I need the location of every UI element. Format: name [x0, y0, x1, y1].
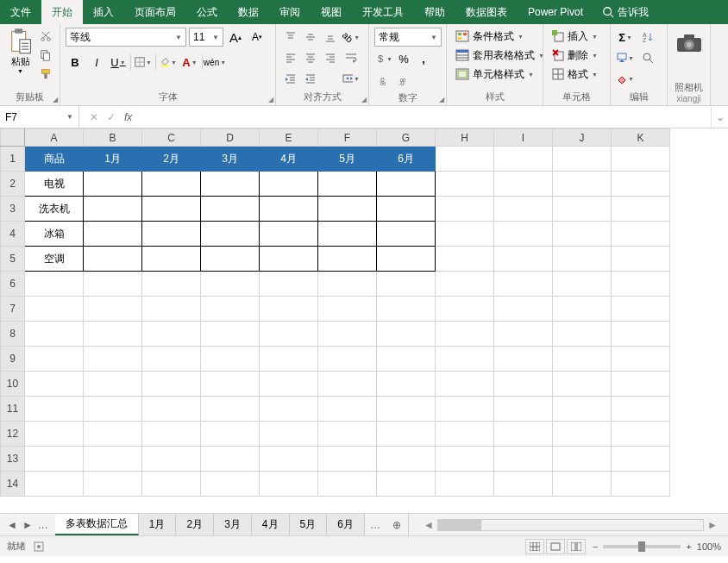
autosum-button[interactable]: Σ▼ [616, 28, 635, 47]
cell[interactable] [553, 222, 612, 247]
zoom-in-button[interactable]: + [686, 541, 691, 552]
font-name-combo[interactable]: 等线▼ [66, 28, 186, 47]
cell[interactable] [25, 322, 84, 347]
row-header[interactable]: 4 [1, 222, 25, 247]
clear-button[interactable]: ▼ [616, 69, 635, 88]
font-color-button[interactable]: A▼ [180, 53, 199, 72]
cell[interactable] [25, 422, 84, 447]
cell[interactable] [612, 297, 670, 322]
cell[interactable] [84, 397, 142, 422]
scroll-right-button[interactable]: ► [704, 519, 721, 531]
tab-datachart[interactable]: 数据图表 [455, 0, 518, 24]
cell[interactable] [318, 172, 377, 197]
cell[interactable] [142, 322, 201, 347]
cell[interactable] [377, 447, 436, 472]
cell[interactable] [553, 472, 612, 497]
expand-formula-bar-button[interactable]: ⌄ [711, 106, 728, 128]
cell[interactable] [612, 197, 670, 222]
cell-styles-button[interactable]: 单元格样式▼ [452, 66, 537, 83]
align-left-button[interactable] [281, 48, 300, 67]
cell[interactable] [84, 222, 142, 247]
cell[interactable] [494, 197, 553, 222]
cell[interactable] [494, 222, 553, 247]
format-painter-button[interactable] [37, 66, 54, 83]
cell[interactable] [436, 472, 494, 497]
cell[interactable] [436, 372, 494, 397]
col-header[interactable]: A [25, 129, 84, 147]
cell[interactable] [201, 372, 260, 397]
sheet-nav-more[interactable]: … [38, 519, 48, 531]
cell[interactable] [494, 297, 553, 322]
cell[interactable] [25, 447, 84, 472]
row-header[interactable]: 6 [1, 272, 25, 297]
cell[interactable] [436, 322, 494, 347]
cell[interactable] [84, 472, 142, 497]
sheet-tab[interactable]: 1月 [139, 514, 177, 535]
cancel-formula-button[interactable]: ✕ [90, 111, 98, 123]
align-bottom-button[interactable] [321, 28, 340, 47]
cell[interactable] [377, 397, 436, 422]
cell[interactable] [260, 347, 318, 372]
number-format-combo[interactable]: 常规▼ [374, 28, 442, 47]
row-header[interactable]: 7 [1, 297, 25, 322]
cell[interactable] [377, 172, 436, 197]
cell[interactable] [436, 422, 494, 447]
cell[interactable] [84, 422, 142, 447]
decrease-indent-button[interactable] [281, 69, 300, 88]
fill-color-button[interactable]: ▼ [159, 53, 178, 72]
cell[interactable] [612, 147, 670, 172]
cell[interactable] [25, 397, 84, 422]
cell[interactable] [25, 472, 84, 497]
cell[interactable] [553, 197, 612, 222]
cell[interactable] [201, 222, 260, 247]
col-header[interactable]: E [260, 129, 318, 147]
cell[interactable]: 3月 [201, 147, 260, 172]
cell[interactable] [494, 422, 553, 447]
cell[interactable] [494, 447, 553, 472]
cell[interactable] [436, 397, 494, 422]
cell[interactable] [553, 322, 612, 347]
cell[interactable] [142, 297, 201, 322]
cell[interactable] [260, 197, 318, 222]
cell[interactable] [494, 247, 553, 272]
tab-view[interactable]: 视图 [311, 0, 352, 24]
row-header[interactable]: 1 [1, 147, 25, 172]
cell[interactable] [25, 347, 84, 372]
cell[interactable] [553, 372, 612, 397]
tab-powerpivot[interactable]: Power Pivot [518, 0, 593, 24]
conditional-format-button[interactable]: 条件格式▼ [452, 28, 527, 45]
sort-filter-button[interactable]: AZ [638, 28, 657, 47]
cell[interactable] [84, 372, 142, 397]
bold-button[interactable]: B [66, 53, 85, 72]
tab-developer[interactable]: 开发工具 [352, 0, 414, 24]
sheet-nav-prev[interactable]: ► [22, 519, 33, 531]
cell[interactable] [612, 172, 670, 197]
comma-button[interactable]: , [414, 49, 433, 68]
cell[interactable] [494, 347, 553, 372]
tab-insert[interactable]: 插入 [83, 0, 124, 24]
cell[interactable] [377, 422, 436, 447]
select-all-corner[interactable] [1, 129, 25, 147]
cell[interactable] [84, 297, 142, 322]
camera-button[interactable] [675, 33, 703, 53]
tab-pagelayout[interactable]: 页面布局 [124, 0, 186, 24]
increase-decimal-button[interactable]: .0.00 [374, 71, 393, 90]
cell[interactable] [84, 347, 142, 372]
cell[interactable] [553, 397, 612, 422]
cell[interactable] [318, 222, 377, 247]
row-header[interactable]: 3 [1, 197, 25, 222]
cell[interactable] [201, 347, 260, 372]
cell[interactable] [494, 272, 553, 297]
zoom-out-button[interactable]: − [593, 541, 598, 552]
col-header[interactable]: F [318, 129, 377, 147]
cell[interactable] [436, 247, 494, 272]
cell[interactable] [25, 372, 84, 397]
cell[interactable] [318, 422, 377, 447]
copy-button[interactable] [37, 47, 54, 64]
underline-button[interactable]: U▼ [109, 53, 128, 72]
row-header[interactable]: 2 [1, 172, 25, 197]
row-header[interactable]: 13 [1, 447, 25, 472]
view-pagelayout-button[interactable] [546, 539, 565, 554]
zoom-value[interactable]: 100% [697, 541, 721, 552]
cell[interactable] [201, 197, 260, 222]
